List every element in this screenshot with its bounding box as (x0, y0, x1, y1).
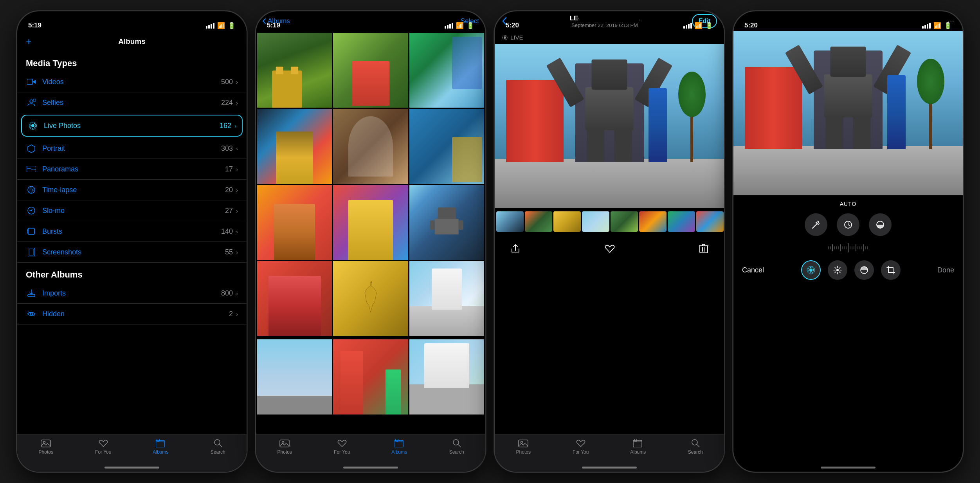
exposure-tool[interactable] (869, 213, 892, 236)
bar2 (208, 25, 210, 29)
share-button[interactable] (510, 243, 521, 254)
home-indicator-3 (582, 467, 637, 469)
photo-cell-13[interactable] (257, 339, 332, 414)
tab-search-1[interactable]: Search (189, 439, 247, 455)
album-item-portrait[interactable]: Portrait 303 › (17, 138, 247, 159)
cancel-button[interactable]: Cancel (742, 266, 764, 274)
add-button[interactable]: + (26, 36, 32, 48)
thumb-7[interactable] (668, 211, 695, 232)
svg-rect-34 (395, 440, 403, 447)
photo-cell-10[interactable] (257, 261, 332, 336)
screen-live-photos: Albums Live Photos Select (256, 11, 485, 416)
album-item-imports[interactable]: Imports 800 › (17, 283, 247, 304)
clock-tool[interactable] (837, 213, 859, 236)
thumb-1[interactable] (496, 211, 524, 232)
tick (867, 246, 868, 249)
album-item-hidden[interactable]: Hidden 2 › (17, 304, 247, 324)
photo-cell-9[interactable] (409, 185, 484, 260)
tick (854, 246, 854, 249)
signal-bars-2 (445, 23, 453, 29)
selfies-count: 224 (221, 99, 233, 107)
bursts-count: 140 (221, 227, 233, 236)
svg-rect-0 (27, 79, 32, 85)
bar3c (688, 24, 690, 29)
svg-rect-24 (156, 440, 164, 447)
albums-tab-icon-2 (395, 439, 404, 447)
svg-rect-46 (634, 439, 637, 441)
photo-cell-1[interactable] (257, 33, 332, 108)
album-item-live-photos[interactable]: Live Photos 162 › (21, 115, 243, 137)
search-tab-icon-1 (214, 439, 222, 447)
status-icons-4: 📶 🔋 (922, 22, 952, 29)
timelapse-icon (26, 184, 37, 195)
delete-button[interactable] (699, 243, 708, 254)
tick (834, 246, 835, 249)
album-item-slomo[interactable]: Slo-mo 27 › (17, 200, 247, 221)
photo-cell-2[interactable] (333, 33, 408, 108)
svg-rect-22 (41, 440, 50, 447)
search-tab-icon-3 (691, 439, 700, 447)
tab-foryou-2[interactable]: For You (313, 439, 371, 455)
photo-cell-3[interactable] (409, 33, 484, 108)
photo-cell-6[interactable] (409, 109, 484, 184)
thumb-8[interactable] (696, 211, 724, 232)
wifi-icon-3: 📶 (695, 22, 703, 29)
photo-cell-7[interactable] (257, 185, 332, 260)
album-item-videos[interactable]: Videos 500 › (17, 72, 247, 92)
photo-cell-4[interactable] (257, 109, 332, 184)
album-item-panoramas[interactable]: Panoramas 17 › (17, 159, 247, 180)
tab-foryou-3[interactable]: For You (552, 439, 610, 455)
live-mode-button[interactable] (801, 260, 821, 280)
photo-cell-14[interactable] (333, 339, 408, 414)
crop-mode-button[interactable] (881, 260, 901, 280)
photos-tab-icon-3 (518, 439, 528, 447)
phone-edit: 5:20 📶 🔋 ADJUST ··· (733, 11, 964, 472)
done-button[interactable]: Done (937, 266, 954, 274)
thumb-5[interactable] (611, 211, 638, 232)
foryou-tab-icon-2 (337, 439, 347, 447)
tab-albums-1[interactable]: Albums (132, 439, 189, 455)
panoramas-chevron: › (236, 166, 238, 173)
svg-rect-40 (700, 246, 708, 253)
tab-photos-2[interactable]: Photos (256, 439, 313, 455)
magic-wand-tool[interactable] (805, 213, 827, 236)
foryou-tab-icon-1 (99, 439, 108, 447)
thumb-3[interactable] (553, 211, 581, 232)
tab-search-3[interactable]: Search (667, 439, 724, 455)
thumb-2[interactable] (525, 211, 552, 232)
photo-cell-11[interactable] (333, 261, 408, 336)
tab-search-2[interactable]: Search (428, 439, 486, 455)
svg-point-23 (43, 442, 45, 443)
tab-foryou-1[interactable]: For You (75, 439, 132, 455)
tab-albums-3[interactable]: Albums (609, 439, 667, 455)
tab-photos-label-1: Photos (39, 449, 53, 455)
tab-albums-2[interactable]: Albums (371, 439, 428, 455)
filter-mode-button[interactable] (854, 260, 874, 280)
hidden-name: Hidden (42, 310, 229, 318)
slider-area[interactable] (733, 239, 963, 256)
panoramas-count: 17 (225, 165, 233, 173)
tab-photos-1[interactable]: Photos (17, 439, 75, 455)
adjust-mode-button[interactable] (828, 260, 847, 280)
album-item-screenshots[interactable]: Screenshots 55 › (17, 242, 247, 263)
thumbnail-strip[interactable] (495, 208, 724, 235)
photo-cell-15[interactable] (409, 339, 484, 414)
thumb-6[interactable] (639, 211, 667, 232)
tab-photos-3[interactable]: Photos (495, 439, 552, 455)
home-indicator-4 (821, 467, 876, 469)
bar1c (683, 26, 685, 29)
bar1b (445, 26, 446, 29)
thumb-4[interactable] (582, 211, 609, 232)
main-photo-container[interactable] (495, 44, 724, 208)
favorite-button[interactable] (605, 244, 615, 253)
panoramas-icon (26, 164, 37, 175)
album-item-timelapse[interactable]: Time-lapse 20 › (17, 180, 247, 200)
album-item-selfies[interactable]: Selfies 224 › (17, 92, 247, 113)
album-item-bursts[interactable]: Bursts 140 › (17, 221, 247, 242)
battery-icon-2: 🔋 (467, 22, 474, 29)
tick (861, 246, 862, 249)
photo-cell-5[interactable] (333, 109, 408, 184)
photo-cell-8[interactable] (333, 185, 408, 260)
selfies-icon (26, 97, 37, 108)
photo-cell-12[interactable] (409, 261, 484, 336)
